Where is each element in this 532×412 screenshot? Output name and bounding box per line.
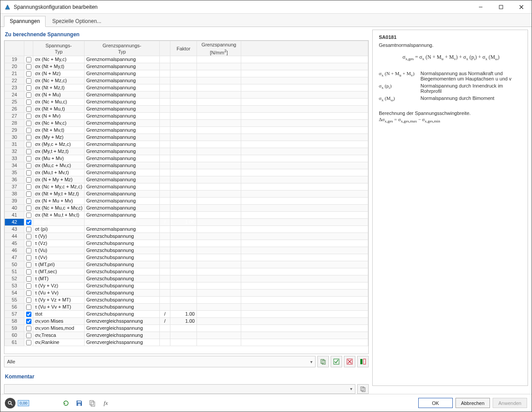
row-checkbox[interactable] — [26, 248, 31, 253]
row-checkbox[interactable] — [26, 107, 31, 112]
row-checkbox[interactable] — [26, 319, 31, 324]
copy-to-clipboard-button[interactable] — [317, 356, 329, 367]
table-row[interactable]: 19σx (Nc + My,c)Grenznormalspannung — [5, 56, 368, 63]
cell-limit-type[interactable]: Grenznormalspannung — [85, 77, 160, 84]
cell-stress-type[interactable]: τ (Vv) — [33, 254, 85, 261]
cell-limit-type[interactable]: Grenzvergleichsspannung — [85, 339, 160, 346]
cell-limit-stress[interactable] — [197, 113, 241, 120]
row-checkbox[interactable] — [26, 255, 31, 260]
row-checkbox[interactable] — [26, 78, 31, 84]
cell-limit-type[interactable]: Grenznormalspannung — [85, 70, 160, 77]
cell-stress-type[interactable]: τtot — [33, 311, 85, 318]
cell-factor[interactable] — [170, 106, 197, 113]
cell-limit-stress[interactable] — [197, 127, 241, 134]
units-button[interactable]: 0,00 — [18, 398, 29, 408]
deselect-all-button[interactable] — [344, 356, 355, 367]
table-row[interactable]: 55τ (Vy + Vz + MT)Grenzschubspannung — [5, 297, 368, 304]
row-checkbox[interactable] — [26, 290, 31, 296]
cell-stress-type[interactable]: σx (Nc + Mu,c + Mv,c) — [33, 205, 85, 212]
table-row[interactable]: 44τ (Vy)Grenzschubspannung — [5, 233, 368, 240]
cell-limit-stress[interactable] — [197, 120, 241, 127]
cell-limit-stress[interactable] — [197, 106, 241, 113]
table-row[interactable]: 56τ (Vu + Vv + MT)Grenzschubspannung — [5, 304, 368, 311]
row-checkbox[interactable] — [26, 312, 31, 317]
cell-limit-type[interactable]: Grenznormalspannung — [85, 176, 160, 183]
cell-limit-stress[interactable] — [197, 63, 241, 70]
cell-limit-stress[interactable] — [197, 261, 241, 268]
table-row[interactable]: 42σx,gesGrenznormalspannung/1.00 — [5, 219, 368, 226]
refresh-button[interactable] — [61, 398, 71, 408]
cell-stress-type[interactable]: σx (Nt + My,t + Mz,t) — [33, 191, 85, 198]
cell-factor[interactable] — [170, 70, 197, 77]
cell-factor[interactable] — [170, 268, 197, 275]
cell-limit-stress[interactable] — [197, 183, 241, 191]
formula-button[interactable]: fx — [100, 398, 111, 408]
cell-stress-type[interactable]: σv,Tresca — [33, 332, 85, 339]
cell-stress-type[interactable]: τ (Vy + Vz + MT) — [33, 297, 85, 304]
cell-limit-type[interactable]: Grenznormalspannung — [85, 226, 160, 233]
cell-limit-type[interactable]: Grenznormalspannung — [85, 191, 160, 198]
cell-stress-type[interactable]: σx (Nt + Mv,t) — [33, 127, 85, 134]
cell-stress-type[interactable]: τ (MT,sec) — [33, 268, 85, 275]
cell-limit-type[interactable]: Grenznormalspannung — [85, 198, 160, 205]
cell-limit-stress[interactable] — [197, 176, 241, 183]
cell-limit-stress[interactable] — [197, 318, 241, 325]
cell-limit-type[interactable]: Grenznormalspannung — [85, 106, 160, 113]
cell-limit-type[interactable]: Grenznormalspannung — [85, 148, 160, 155]
row-checkbox[interactable] — [26, 85, 31, 91]
cell-factor[interactable] — [170, 212, 197, 219]
cell-stress-type[interactable]: σv,von Mises — [33, 318, 85, 325]
cell-limit-stress[interactable] — [197, 304, 241, 311]
table-row[interactable]: 29σx (Nt + Mv,t)Grenznormalspannung — [5, 127, 368, 134]
table-row[interactable]: 41σx (Nt + Mu,t + Mv,t)Grenznormalspannu… — [5, 212, 368, 219]
row-checkbox[interactable] — [26, 241, 31, 246]
table-row[interactable]: 34σx (Mu,c + Mv,c)Grenznormalspannung — [5, 162, 368, 169]
cell-limit-type[interactable]: Grenzschubspannung — [85, 304, 160, 311]
cell-factor[interactable] — [170, 120, 197, 127]
cell-stress-type[interactable]: τ (Vu + Vv + MT) — [33, 304, 85, 311]
cell-limit-stress[interactable] — [197, 191, 241, 198]
row-checkbox[interactable] — [26, 57, 31, 62]
row-checkbox[interactable] — [26, 92, 31, 98]
cell-stress-type[interactable]: σx (Nc + Mu,c) — [33, 99, 85, 106]
row-checkbox[interactable] — [26, 276, 31, 282]
ok-button[interactable]: OK — [418, 398, 453, 408]
table-row[interactable]: 36σx (N + My + Mz)Grenznormalspannung — [5, 176, 368, 183]
table-row[interactable]: 27σx (N + Mv)Grenznormalspannung — [5, 113, 368, 120]
cell-limit-stress[interactable] — [197, 56, 241, 63]
row-checkbox[interactable] — [26, 149, 31, 154]
row-checkbox[interactable] — [26, 142, 31, 147]
cell-limit-stress[interactable] — [197, 339, 241, 346]
select-all-button[interactable] — [331, 356, 342, 367]
cell-stress-type[interactable]: σx (Mu,c + Mv,c) — [33, 162, 85, 169]
cell-factor[interactable] — [170, 92, 197, 99]
cell-stress-type[interactable]: σx (Nc + My,c + Mz,c) — [33, 183, 85, 191]
cell-limit-type[interactable]: Grenzschubspannung — [85, 240, 160, 247]
cell-limit-type[interactable]: Grenznormalspannung — [85, 56, 160, 63]
row-checkbox[interactable] — [26, 114, 31, 119]
row-checkbox[interactable] — [26, 283, 31, 289]
cell-limit-type[interactable]: Grenznormalspannung — [85, 63, 160, 70]
table-row[interactable]: 25σx (Nc + Mu,c)Grenznormalspannung — [5, 99, 368, 106]
cell-factor[interactable] — [170, 56, 197, 63]
cell-factor[interactable] — [170, 254, 197, 261]
cell-limit-type[interactable]: Grenznormalspannung — [85, 183, 160, 191]
cell-limit-stress[interactable] — [197, 275, 241, 282]
filter-select[interactable]: Alle ▾ — [4, 356, 316, 367]
cell-factor[interactable] — [170, 162, 197, 169]
cell-stress-type[interactable]: τ (Vu + Vv) — [33, 290, 85, 297]
cell-stress-type[interactable]: τ (Vu) — [33, 247, 85, 254]
cell-factor[interactable] — [170, 141, 197, 148]
copy-button[interactable] — [87, 398, 98, 408]
row-checkbox[interactable] — [26, 298, 31, 303]
table-row[interactable]: 52τ (MT)Grenzschubspannung — [5, 275, 368, 282]
cell-stress-type[interactable]: σx (Mu + Mv) — [33, 155, 85, 162]
table-row[interactable]: 31σx (My,c + Mz,c)Grenznormalspannung — [5, 141, 368, 148]
table-scroll[interactable]: Spannungs-Typ Grenzspannungs-Typ Faktor … — [4, 41, 368, 354]
table-row[interactable]: 24σx (N + Mu)Grenznormalspannung — [5, 92, 368, 99]
cell-factor[interactable]: 1.00 — [170, 318, 197, 325]
cell-factor[interactable] — [170, 290, 197, 297]
cell-limit-stress[interactable] — [197, 99, 241, 106]
cell-limit-stress[interactable] — [197, 311, 241, 318]
cell-factor[interactable] — [170, 148, 197, 155]
